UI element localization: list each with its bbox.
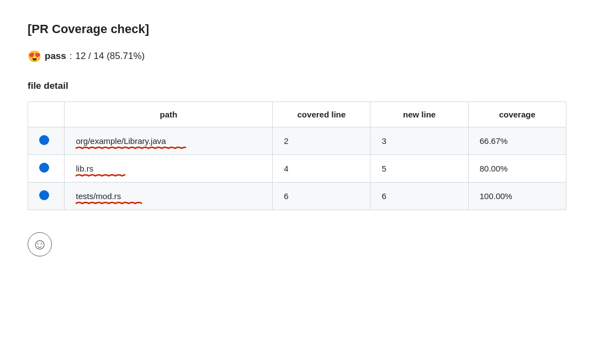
row-new-line: 6	[370, 183, 468, 210]
pass-emoji: 😍	[28, 50, 41, 63]
th-covered-line: covered line	[273, 102, 370, 127]
th-coverage: coverage	[468, 102, 566, 127]
table-row: tests/mod.rs66100.00%	[28, 183, 566, 210]
row-coverage: 100.00%	[468, 183, 566, 210]
pass-line: 😍 pass : 12 / 14 (85.71%)	[28, 50, 566, 63]
row-path: lib.rs	[65, 155, 273, 183]
path-text: lib.rs	[76, 164, 93, 173]
section-title: file detail	[28, 81, 566, 92]
path-text: org/example/Library.java	[76, 136, 166, 146]
row-covered-line: 6	[273, 183, 370, 210]
row-covered-line: 2	[273, 127, 370, 155]
page-title: [PR Coverage check]	[28, 22, 566, 36]
row-indicator	[28, 183, 65, 210]
blue-dot-icon	[39, 135, 49, 145]
table-row: lib.rs4580.00%	[28, 155, 566, 183]
th-indicator	[28, 102, 65, 127]
row-covered-line: 4	[273, 155, 370, 183]
squiggle-icon	[76, 173, 125, 179]
th-path: path	[65, 102, 273, 127]
th-new-line: new line	[370, 102, 468, 127]
coverage-table: path covered line new line coverage org/…	[28, 101, 566, 210]
pass-label: pass	[45, 51, 66, 62]
pass-stats: 12 / 14 (85.71%)	[75, 51, 145, 62]
blue-dot-icon	[39, 163, 49, 173]
row-path: org/example/Library.java	[65, 127, 273, 155]
row-new-line: 5	[370, 155, 468, 183]
squiggle-icon	[76, 201, 142, 206]
row-coverage: 66.67%	[468, 127, 566, 155]
table-row: org/example/Library.java2366.67%	[28, 127, 566, 155]
table-header-row: path covered line new line coverage	[28, 102, 566, 127]
footer-reaction-icon[interactable]: ☺	[28, 232, 52, 256]
blue-dot-icon	[39, 190, 49, 200]
row-new-line: 3	[370, 127, 468, 155]
squiggle-icon	[76, 146, 186, 151]
pass-separator: :	[70, 51, 72, 62]
row-indicator	[28, 127, 65, 155]
row-path: tests/mod.rs	[65, 183, 273, 210]
reaction-emoji: ☺	[32, 235, 48, 253]
row-coverage: 80.00%	[468, 155, 566, 183]
row-indicator	[28, 155, 65, 183]
path-text: tests/mod.rs	[76, 191, 121, 201]
